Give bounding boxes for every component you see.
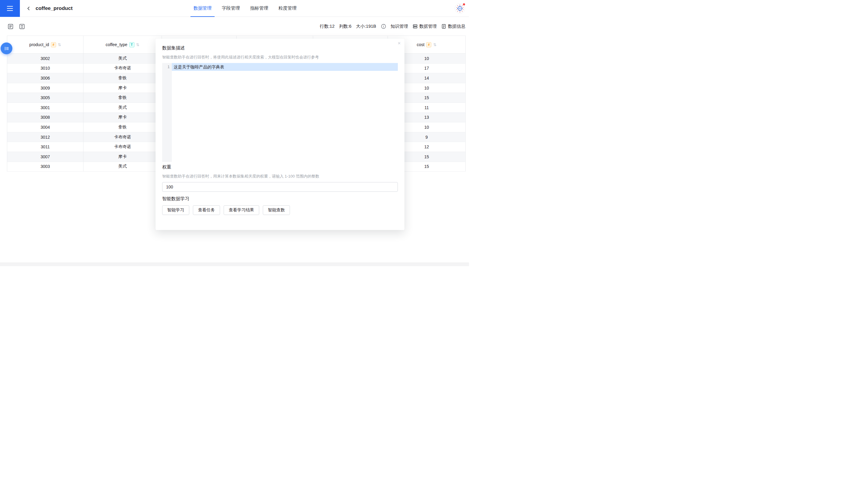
numeric-type-icon: # (51, 42, 56, 47)
column-count: 列数:6 (339, 24, 351, 29)
tab-metric-management[interactable]: 指标管理 (247, 0, 271, 17)
hamburger-icon (7, 6, 13, 7)
top-bar: coffee_product 数据管理 字段管理 指标管理 粒度管理 (0, 0, 469, 17)
table-cell[interactable]: 3012 (7, 132, 84, 142)
table-cell[interactable]: 3011 (7, 142, 84, 152)
back-button[interactable] (25, 4, 33, 12)
chevron-left-icon (27, 6, 31, 10)
table-cell[interactable]: 3007 (7, 152, 84, 162)
dataset-settings-panel: ✕ 数据集描述 智能查数助手在进行回答时，将使用此描述进行相关度搜索，大模型在回… (156, 39, 404, 230)
weight-input[interactable] (162, 182, 398, 192)
table-cell[interactable]: 拿铁 (84, 122, 162, 132)
editor-content[interactable]: 这是关于咖啡产品的字典表 (172, 63, 398, 162)
knowledge-management-button[interactable]: 知识管理 (391, 24, 408, 29)
panel-action-button-4[interactable]: 智能查数 (263, 205, 290, 215)
notification-dot (463, 3, 465, 6)
panel-buttons: 智能学习查看任务查看学习结果智能查数 (162, 205, 398, 215)
column-header-coffee_type[interactable]: coffee_typeT⇅ (84, 36, 162, 53)
table-cell[interactable]: 3008 (7, 113, 84, 123)
table-cell[interactable]: 美式 (84, 54, 162, 64)
column-label: coffee_type (105, 42, 127, 47)
row-settings-button[interactable] (7, 23, 14, 30)
sort-icon[interactable]: ⇅ (433, 43, 436, 47)
table-cell[interactable]: 3006 (7, 73, 84, 83)
table-cell[interactable]: 拿铁 (84, 93, 162, 103)
table-cell[interactable]: 3009 (7, 83, 84, 93)
side-panel-toggle-button[interactable] (1, 42, 12, 54)
tab-granularity-management[interactable]: 粒度管理 (276, 0, 300, 17)
document-icon (441, 24, 446, 29)
main-tabs: 数据管理 字段管理 指标管理 粒度管理 (190, 0, 300, 17)
column-label: cost (417, 42, 425, 47)
text-edit-icon (19, 24, 25, 30)
field-rename-button[interactable] (19, 23, 25, 30)
row-count: 行数:12 (320, 24, 335, 29)
table-cell[interactable]: 美式 (84, 162, 162, 172)
panel-action-button-2[interactable]: 查看任务 (193, 205, 220, 215)
dataset-description-help: 智能查数助手在进行回答时，将使用此描述进行相关度搜索，大模型在回复时也会进行参考 (162, 55, 398, 60)
table-cell[interactable]: 拿铁 (84, 73, 162, 83)
table-cell[interactable]: 3004 (7, 122, 84, 132)
info-button[interactable] (381, 24, 386, 29)
table-cell[interactable]: 卡布奇诺 (84, 132, 162, 142)
table-rows-icon (7, 24, 13, 30)
table-cell[interactable]: 卡布奇诺 (84, 142, 162, 152)
table-cell[interactable]: 3002 (7, 54, 84, 64)
numeric-type-icon: # (426, 42, 431, 47)
editor-line-number: 1 (167, 64, 170, 69)
toolbar: 行数:12 列数:6 大小:191B 知识管理 数据管理 数据信息 (0, 17, 469, 36)
panel-list-icon (4, 46, 9, 51)
editor-active-line[interactable]: 这是关于咖啡产品的字典表 (172, 63, 398, 71)
table-cell[interactable]: 卡布奇诺 (84, 64, 162, 73)
panel-action-button-1[interactable]: 智能学习 (162, 205, 189, 215)
info-icon (381, 24, 386, 29)
table-cell[interactable]: 3010 (7, 64, 84, 73)
table-cell[interactable]: 3001 (7, 103, 84, 113)
tab-field-management[interactable]: 字段管理 (219, 0, 243, 17)
data-size: 大小:191B (356, 24, 376, 29)
user-avatar[interactable] (455, 3, 465, 13)
dataset-description-title: 数据集描述 (162, 45, 398, 51)
tab-data-management[interactable]: 数据管理 (190, 0, 215, 17)
editor-gutter: 1 (162, 63, 172, 162)
close-icon[interactable]: ✕ (398, 41, 401, 45)
data-info-button[interactable]: 数据信息 (441, 24, 465, 29)
table-cell[interactable]: 3003 (7, 162, 84, 172)
weight-help: 智能查数助手在进行回答时，用来计算本数据集相关度的权重，请输入 1-100 范围… (162, 174, 398, 179)
sort-icon[interactable]: ⇅ (58, 43, 61, 47)
table-cell[interactable]: 摩卡 (84, 152, 162, 162)
hamburger-menu-button[interactable] (0, 0, 20, 17)
table-cell[interactable]: 摩卡 (84, 83, 162, 93)
weight-title: 权重 (162, 164, 398, 170)
sort-icon[interactable]: ⇅ (136, 43, 140, 47)
smart-learning-title: 智能数据学习 (162, 196, 398, 202)
page-title: coffee_product (36, 5, 73, 11)
column-header-product_id[interactable]: product_id#⇅ (7, 36, 84, 53)
text-type-icon: T (129, 42, 134, 47)
list-icon (412, 24, 418, 29)
table-cell[interactable]: 摩卡 (84, 113, 162, 123)
panel-action-button-3[interactable]: 查看学习结果 (224, 205, 259, 215)
description-editor[interactable]: 1 这是关于咖啡产品的字典表 (162, 63, 398, 162)
column-label: product_id (29, 42, 49, 47)
data-management-button[interactable]: 数据管理 (412, 24, 437, 29)
table-cell[interactable]: 美式 (84, 103, 162, 113)
table-cell[interactable]: 3005 (7, 93, 84, 103)
horizontal-scrollbar[interactable] (0, 263, 469, 266)
app-window: coffee_product 数据管理 字段管理 指标管理 粒度管理 (0, 0, 469, 266)
